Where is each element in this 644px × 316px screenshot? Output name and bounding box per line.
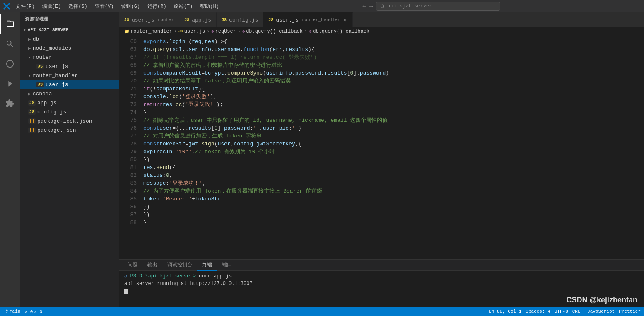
file-label-package-lock: package-lock.json (37, 118, 92, 124)
menu-file[interactable]: 文件(F) (12, 2, 38, 11)
code-line: token: 'Bearer ' + tokenStr, (143, 195, 644, 203)
tree-item-db[interactable]: ▶ db (20, 34, 119, 43)
project-name: API_KJZT_SERVER (28, 27, 69, 32)
code-line: // 对用户的信息进行加密，生成 Token 字符串 (143, 132, 644, 140)
breadcrumb-js-icon: JS (178, 29, 183, 34)
branch-info[interactable]: main (3, 309, 20, 314)
panel-tab-terminal[interactable]: 终端 (197, 260, 217, 271)
tree-item-config[interactable]: JS config.js (20, 107, 119, 116)
line-number: 88 (119, 219, 137, 227)
code-line: const tokenStr = jwt.sign(user, config.j… (143, 140, 644, 148)
tree-item-node-modules[interactable]: ▶ node_modules (20, 43, 119, 53)
panel-tab-ports[interactable]: 端口 (217, 260, 237, 271)
tree-item-package[interactable]: {} package.json (20, 125, 119, 135)
code-line: } (143, 219, 644, 227)
folder-label-router-handler: router_handler (33, 72, 78, 79)
tree-item-router-handler[interactable]: ▾ router_handler (20, 71, 119, 80)
content-area: JS user.js router JS app.js JS config.js… (119, 12, 644, 307)
tree-item-rh-user[interactable]: JS user.js (20, 80, 119, 89)
main-layout: 资源管理器 ··· ▾ API_KJZT_SERVER ▶ db ▶ node_… (0, 12, 644, 307)
branch-name: main (10, 309, 20, 314)
search-activity-icon (5, 39, 14, 48)
folder-collapsed-icon: ▶ (28, 36, 31, 42)
code-content[interactable]: exports.login = (req, res) => { db.query… (140, 36, 644, 259)
breadcrumb-router-handler[interactable]: 📁 router_handler (124, 29, 172, 34)
code-line: // 剔除完毕之后，user 中只保留了用户的 id, username, ni… (143, 116, 644, 124)
breadcrumb-db-query-1[interactable]: ⊕ db.query() callback (242, 29, 303, 34)
tree-item-router-user[interactable]: JS user.js (20, 62, 119, 71)
menu-bar: 文件(F) 编辑(E) 选择(S) 查看(V) 转到(G) 运行(R) 终端(T… (12, 2, 222, 11)
tree-root[interactable]: ▾ API_KJZT_SERVER (20, 25, 119, 34)
menu-goto[interactable]: 转到(G) (118, 2, 143, 11)
tab-app[interactable]: JS app.js (179, 12, 217, 27)
error-count[interactable]: ✕ 0 ⚠ 0 (24, 309, 42, 314)
menu-help[interactable]: 帮助(H) (197, 2, 222, 11)
line-number: 79 (119, 148, 137, 156)
git-branch-icon (3, 309, 8, 314)
encoding: UTF-8 (555, 309, 568, 314)
menu-select[interactable]: 选择(S) (65, 2, 91, 11)
breadcrumb-db-query-2-label: db.query() callback (313, 29, 369, 34)
back-button[interactable]: ← (363, 3, 366, 10)
tab-js-icon-3: JS (222, 18, 227, 22)
tab-user-router[interactable]: JS user.js router (119, 12, 179, 27)
panel-area: 问题 输出 调试控制台 终端 端口 ◇ PS D:\api_kjzt_serve… (119, 259, 644, 307)
line-number: 69 (119, 69, 137, 77)
folder-label-nm: node_modules (33, 45, 72, 51)
tab-js-icon-1: JS (124, 18, 129, 22)
panel-content[interactable]: ◇ PS D:\api_kjzt_server> node app.js api… (119, 271, 644, 307)
activity-bar (0, 12, 20, 307)
tree-item-schema[interactable]: ▶ schema (20, 89, 119, 98)
menu-run[interactable]: 运行(R) (144, 2, 170, 11)
menu-terminal[interactable]: 终端(T) (171, 2, 196, 11)
activity-debug[interactable] (0, 74, 20, 94)
search-bar[interactable]: api_kjzt_server (376, 2, 500, 11)
menu-view[interactable]: 查看(V) (92, 2, 117, 11)
tab-label-app: app.js (192, 17, 211, 23)
menu-edit[interactable]: 编辑(E) (39, 2, 65, 11)
activity-extensions[interactable] (0, 94, 20, 113)
panel-tab-debug[interactable]: 调试控制台 (162, 260, 197, 271)
tab-user-handler[interactable]: JS user.js router_handler ✕ (263, 12, 352, 27)
line-numbers: 6063676869707172737475767778798081828384… (119, 36, 140, 259)
activity-source-control[interactable] (0, 54, 20, 74)
code-line: const user = { ...results[0], password: … (143, 124, 644, 132)
sidebar-more-actions[interactable]: ··· (106, 17, 114, 22)
code-line: // 1f (!results.length === 1) return res… (143, 53, 644, 61)
activity-search[interactable] (0, 34, 20, 54)
panel-tab-problems[interactable]: 问题 (123, 260, 142, 271)
folder-expanded-icon-router: ▾ (28, 55, 31, 60)
line-number: 63 (119, 46, 137, 53)
tab-label-config: config.js (229, 17, 258, 23)
tab-close-button[interactable]: ✕ (343, 16, 347, 24)
line-number: 84 (119, 187, 137, 195)
activity-explorer[interactable] (0, 14, 20, 34)
line-number: 82 (119, 171, 137, 179)
js-file-icon-3: JS (28, 100, 36, 106)
line-number: 70 (119, 77, 137, 85)
editor-area: 6063676869707172737475767778798081828384… (119, 36, 644, 259)
tree-item-package-lock[interactable]: {} package-lock.json (20, 116, 119, 125)
vscode-logo (3, 3, 10, 10)
search-icon (380, 4, 385, 9)
tab-config[interactable]: JS config.js (217, 12, 263, 27)
line-number: 76 (119, 124, 137, 132)
panel-tab-output[interactable]: 输出 (142, 260, 162, 271)
line-number: 86 (119, 203, 137, 211)
line-number: 87 (119, 211, 137, 219)
file-tree: ▾ API_KJZT_SERVER ▶ db ▶ node_modules ▾ … (20, 25, 119, 307)
eol: CRLF (572, 309, 583, 314)
forward-button[interactable]: → (369, 3, 373, 10)
tree-item-app[interactable]: JS app.js (20, 98, 119, 107)
tab-js-icon-4: JS (268, 18, 273, 22)
breadcrumb-user-js[interactable]: JS user.js (178, 29, 205, 34)
tab-sublabel-router: router (158, 17, 174, 22)
tab-js-icon-2: JS (184, 18, 189, 22)
breadcrumb-db-query-2[interactable]: ⊕ db.query() callback (309, 29, 369, 34)
search-placeholder: api_kjzt_server (387, 3, 432, 9)
code-line: if (!compareResult) { (143, 85, 644, 93)
code-line: } (143, 109, 644, 116)
terminal-cursor-line (124, 287, 639, 295)
tree-item-router[interactable]: ▾ router (20, 53, 119, 62)
breadcrumb-reguser[interactable]: ⊕ regUser (211, 29, 236, 34)
